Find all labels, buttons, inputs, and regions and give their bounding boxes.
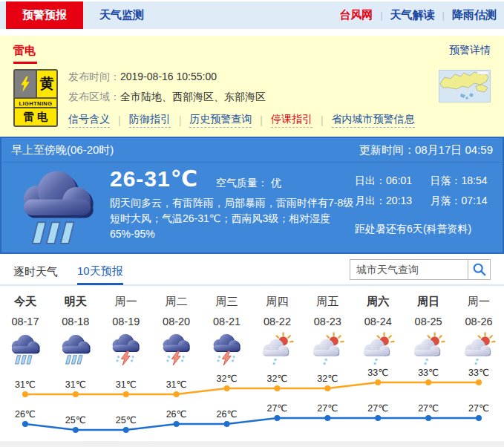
badge-type-en: LIGHTNING — [15, 97, 56, 108]
chart-line — [25, 382, 479, 394]
day-date: 08-18 — [50, 316, 101, 327]
solar-note-text: 距处暑还有6天 — [355, 223, 423, 235]
chart-point — [224, 385, 230, 391]
forecast-day[interactable]: 周三08-21 — [202, 295, 252, 366]
chart-label: 26℃ — [166, 409, 187, 420]
alert-category-underline — [13, 62, 37, 64]
separator: | — [260, 114, 263, 126]
lightning-bolt-icon — [15, 71, 37, 97]
alert-link[interactable]: 省内城市预警信息 — [332, 113, 415, 128]
forecast-day[interactable]: 周一08-26 — [454, 295, 504, 366]
chart-point — [123, 427, 129, 433]
chart-point — [174, 421, 180, 427]
alert-info: 发布时间：2019-08-16 10:55:00 发布区域：全市陆地、西部海区、… — [68, 69, 439, 128]
current-summary: 26-31℃ 空气质量： 优 阴天间多云，有雷阵雨，局部暴雨，雷雨时伴有7-8级… — [110, 164, 355, 249]
alert-link[interactable]: 防御指引 — [129, 113, 171, 128]
moonrise: 月出：20:13 — [355, 195, 418, 208]
solar-note-link[interactable]: (科普资料) — [423, 223, 471, 235]
day-name: 周五 — [302, 295, 353, 309]
chart-point — [73, 427, 79, 433]
chart-label: 26℃ — [15, 409, 36, 420]
chart-label: 32℃ — [266, 373, 287, 384]
chart-label: 33℃ — [367, 368, 388, 378]
tab-hourly-weather[interactable]: 逐时天气 — [13, 259, 58, 284]
tab-10day-forecast[interactable]: 10天预报 — [77, 260, 123, 285]
weather-icon-thunderstorm — [202, 332, 252, 366]
chart-label: 33℃ — [418, 368, 439, 378]
forecast-days: 今天08-17明天08-18周一08-19周二08-20周三08-21周四08-… — [0, 295, 504, 366]
sunset: 日落：18:54 — [431, 174, 494, 188]
alert-body: 黄 LIGHTNING 雷 电 发布时间：2019-08-16 10:55:00… — [13, 69, 491, 128]
chart-point — [22, 391, 28, 397]
nav-tab[interactable]: 预警预报 — [6, 1, 83, 29]
alert-link[interactable]: 信号含义 — [68, 113, 110, 128]
nav-link[interactable]: 天气解读 — [390, 8, 435, 22]
weather-icon-shower-sun — [454, 332, 504, 366]
weather-icon-shower-sun — [302, 332, 353, 366]
sun-moon-panel: 日出：06:01 日落：18:54 月出：20:13 月落：07:14 距处暑还… — [355, 164, 494, 249]
day-name: 今天 — [0, 295, 50, 309]
sunset-label: 日落： — [431, 174, 462, 186]
day-name: 周日 — [403, 295, 454, 309]
alert-region-map[interactable] — [439, 70, 491, 102]
day-date: 08-25 — [403, 316, 454, 327]
forecast-day[interactable]: 周六08-24 — [353, 295, 403, 366]
alert-detail-link[interactable]: 预警详情 — [449, 44, 491, 57]
weather-icon-thunderstorm — [101, 332, 151, 366]
forecast-day[interactable]: 周一08-19 — [101, 295, 151, 366]
forecast-day[interactable]: 明天08-18 — [50, 295, 101, 366]
nav-tab[interactable]: 天气监测 — [83, 1, 160, 29]
separator: | — [321, 114, 324, 126]
search-button[interactable] — [468, 259, 491, 280]
day-date: 08-26 — [454, 316, 504, 327]
alert-category-tab[interactable]: 雷电 — [13, 44, 37, 64]
temperature-chart: 31℃31℃31℃31℃32℃32℃32℃33℃33℃33℃26℃25℃25℃2… — [0, 368, 504, 442]
footer-strip — [0, 441, 504, 447]
day-date: 08-17 — [0, 316, 50, 327]
forecast-day[interactable]: 周五08-23 — [302, 295, 353, 366]
chart-label: 31℃ — [15, 379, 36, 390]
current-weather-panel: 早上至傍晚(06-20时) 更新时间：08月17日 04:59 26-31℃ 空… — [0, 137, 504, 254]
chart-label: 26℃ — [217, 409, 238, 420]
nav-link[interactable]: 降雨估测 — [452, 8, 497, 22]
chart-label: 32℃ — [217, 373, 238, 384]
forecast-day[interactable]: 周二08-20 — [151, 295, 202, 366]
alert-link[interactable]: 历史预警查询 — [189, 113, 252, 128]
day-date: 08-24 — [353, 316, 403, 327]
chart-label: 32℃ — [317, 373, 338, 384]
weather-icon-shower-sun — [403, 332, 454, 366]
air-quality: 空气质量： 优 — [216, 177, 281, 190]
weather-description: 阴天间多云，有雷阵雨，局部暴雨，雷雨时伴有7-8级短时大风；气温26-31℃；西… — [110, 195, 355, 242]
search-input[interactable] — [350, 259, 468, 280]
weather-icon-shower-sun — [252, 332, 303, 366]
chart-label: 27℃ — [266, 403, 287, 414]
forecast-tabs: 逐时天气 10天预报 — [0, 259, 504, 286]
alert-section: 雷电 预警详情 黄 LIGHTNING 雷 电 发布时间：2019-08-16 … — [0, 36, 504, 137]
chart-point — [22, 421, 28, 427]
chart-label: 31℃ — [116, 379, 137, 390]
temperature-range: 26-31℃ — [110, 166, 198, 192]
forecast-day[interactable]: 今天08-17 — [0, 295, 50, 366]
nav-link[interactable]: 台风网 — [339, 8, 373, 22]
search-icon — [472, 262, 487, 277]
forecast-day[interactable]: 周日08-25 — [403, 295, 454, 366]
separator: | — [179, 114, 182, 126]
chart-label: 27℃ — [367, 403, 388, 414]
chart-point — [375, 415, 381, 421]
update-time: 更新时间：08月17日 04:59 — [359, 143, 493, 157]
moonset-label: 月落： — [431, 195, 462, 206]
chart-label: 31℃ — [65, 379, 86, 390]
chart-wrap: 31℃31℃31℃31℃32℃32℃32℃33℃33℃33℃26℃25℃25℃2… — [0, 368, 504, 445]
weather-icon-heavy-rain — [0, 332, 50, 366]
weather-icon-heavy-rain — [50, 332, 101, 366]
chart-label: 27℃ — [317, 403, 338, 414]
day-name: 周三 — [202, 295, 252, 309]
alert-link[interactable]: 停课指引 — [271, 113, 312, 128]
period-title: 早上至傍晚(06-20时) — [11, 143, 114, 157]
day-name: 明天 — [50, 295, 101, 309]
forecast-day[interactable]: 周四08-22 — [252, 295, 303, 366]
weather-icon-thunderstorm — [151, 332, 202, 366]
moonset-value: 07:14 — [462, 195, 488, 206]
day-name: 周四 — [252, 295, 303, 309]
day-name: 周六 — [353, 295, 403, 309]
